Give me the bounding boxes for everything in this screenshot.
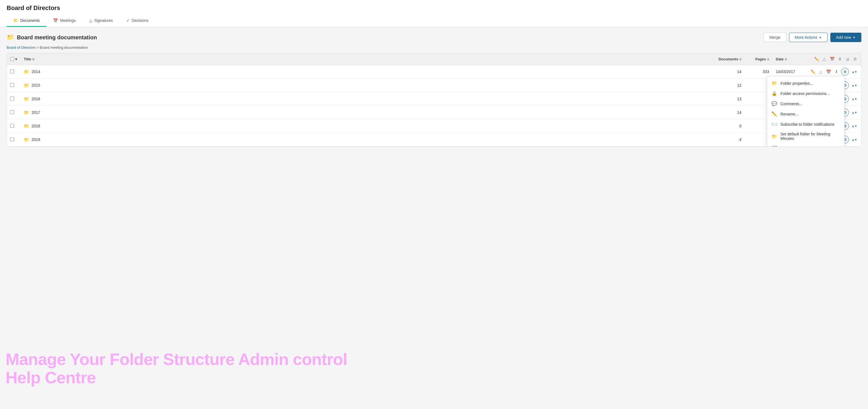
menu-subscribe[interactable]: ✉️ Subscribe to folder notifications <box>767 119 844 129</box>
tab-documents[interactable]: 📁 Documents <box>7 15 46 27</box>
row-updown-2016[interactable]: ▲▼ <box>851 97 858 101</box>
row-docs-2018: 0 <box>715 119 745 133</box>
row-cal-icon-2014[interactable]: 📅 <box>825 69 832 75</box>
folder-title-icon: 📁 <box>7 34 14 41</box>
more-actions-chevron-icon: ▼ <box>819 36 822 39</box>
menu-folder-properties[interactable]: 📁 Folder properties... <box>767 78 844 88</box>
row-updown-2015[interactable]: ▲▼ <box>851 83 858 88</box>
folder-access-icon: 🔒 <box>772 91 777 96</box>
row-select-2019[interactable] <box>10 137 14 141</box>
rename-icon: ✏️ <box>772 111 777 117</box>
menu-rename[interactable]: ✏️ Rename... <box>767 109 844 119</box>
row-title-2019: 📁 2019 <box>21 133 715 147</box>
documents-table: ▾ Title ⇅ Documents ⇅ Pages ⇅ <box>7 53 861 147</box>
pages-sort-icon: ⇅ <box>767 58 769 61</box>
row-checkbox-2017 <box>7 106 21 119</box>
table-row: 📁 2014 14 333 14/03/2017 ✏️ △ 📅 ⬇ ⚙ <box>7 65 861 78</box>
table-row: 📁 2018 0 ⚙ ▲▼ <box>7 119 861 133</box>
documents-sort-icon: ⇅ <box>739 58 741 61</box>
table-row: 📁 2019 4 ⚙ ▲▼ <box>7 133 861 147</box>
menu-comments[interactable]: 💬 Comments... <box>767 99 844 109</box>
tabs-nav: 📁 Documents 📅 Meetings △ Signatures ✓ De… <box>7 15 861 27</box>
row-checkbox-2016 <box>7 92 21 106</box>
row-select-2015[interactable] <box>10 83 14 87</box>
breadcrumb-separator: > <box>36 45 40 50</box>
row-checkbox-2018 <box>7 119 21 133</box>
row-title-2016: 📁 2016 <box>21 92 715 106</box>
content-area: 📁 Board meeting documentation Merge More… <box>0 27 868 152</box>
col-checkbox: ▾ <box>7 53 21 65</box>
row-updown-2018[interactable]: ▲▼ <box>851 124 858 128</box>
header-actions: Merge More Actions ▼ Add new ▼ <box>764 33 861 42</box>
decisions-icon: ✓ <box>126 18 130 23</box>
header-calendar-icon[interactable]: 📅 <box>829 56 835 62</box>
col-date-header[interactable]: Date ⇅ <box>772 53 806 65</box>
more-actions-button[interactable]: More Actions ▼ <box>789 33 828 42</box>
row-updown-2019[interactable]: ▲▼ <box>851 138 858 142</box>
table-container: ▾ Title ⇅ Documents ⇅ Pages ⇅ <box>7 53 861 147</box>
col-pages-header[interactable]: Pages ⇅ <box>745 53 772 65</box>
row-title-2018: 📁 2018 <box>21 119 715 133</box>
tab-signatures[interactable]: △ Signatures <box>83 15 120 27</box>
row-folder-icon-2019: 📁 <box>24 137 29 142</box>
row-select-2016[interactable] <box>10 97 14 100</box>
select-all-checkbox[interactable] <box>10 57 14 61</box>
folder-header: 📁 Board meeting documentation Merge More… <box>7 33 861 42</box>
meetings-icon: 📅 <box>53 18 58 23</box>
menu-move[interactable]: ↗️ Move... <box>767 143 844 147</box>
breadcrumb: Board of Directors > Board meeting docum… <box>7 45 861 50</box>
menu-set-default[interactable]: 📁 Set default folder for Meeting Minutes <box>767 129 844 143</box>
table-row: 📁 2017 14 ⚙ ▲▼ <box>7 106 861 119</box>
row-dl-icon-2014[interactable]: ⬇ <box>834 69 839 75</box>
row-docs-2017: 14 <box>715 106 745 119</box>
row-folder-icon-2016: 📁 <box>24 96 29 102</box>
row-updown-2017[interactable]: ▲▼ <box>851 111 858 115</box>
row-select-2017[interactable] <box>10 110 14 114</box>
page-title: Board of Directors <box>7 4 861 15</box>
checkbox-dropdown-icon[interactable]: ▾ <box>15 57 17 61</box>
header-settings-icon[interactable]: ⚙ <box>852 56 858 62</box>
row-select-2014[interactable] <box>10 69 14 73</box>
add-new-button[interactable]: Add new ▼ <box>830 33 861 42</box>
signatures-icon: △ <box>89 18 92 23</box>
row-checkbox-2014 <box>7 65 21 78</box>
row-gear-btn-2014[interactable]: ⚙ <box>841 68 849 75</box>
header-print-icon[interactable]: 🖨 <box>845 56 850 62</box>
tab-meetings[interactable]: 📅 Meetings <box>46 15 83 27</box>
row-title-2017: 📁 2017 <box>21 106 715 119</box>
comments-icon: 💬 <box>772 101 777 106</box>
documents-icon: 📁 <box>13 18 18 23</box>
row-dropdown-menu-2014: 📁 Folder properties... 🔒 Folder access p… <box>767 76 844 147</box>
breadcrumb-root[interactable]: Board of Directors <box>7 45 36 50</box>
header-edit-icon[interactable]: ✏️ <box>813 56 820 62</box>
date-sort-icon: ⇅ <box>785 58 787 61</box>
row-checkbox-2019 <box>7 133 21 147</box>
table-row: 📁 2015 12 ⚙ ▲▼ <box>7 78 861 92</box>
row-checkbox-2015 <box>7 78 21 92</box>
tab-decisions[interactable]: ✓ Decisions <box>120 15 155 27</box>
title-sort-icon: ⇅ <box>32 58 34 61</box>
breadcrumb-current: Board meeting documentation <box>40 45 88 50</box>
col-documents-header[interactable]: Documents ⇅ <box>715 53 745 65</box>
row-select-2018[interactable] <box>10 124 14 128</box>
header-download-icon[interactable]: ⬇ <box>838 56 842 62</box>
folder-properties-icon: 📁 <box>772 81 777 86</box>
row-folder-icon-2014: 📁 <box>24 69 29 74</box>
merge-button[interactable]: Merge <box>764 33 786 42</box>
header-signature-icon[interactable]: △ <box>822 56 827 62</box>
menu-folder-access[interactable]: 🔒 Folder access permissions... <box>767 88 844 99</box>
add-new-chevron-icon: ▼ <box>853 36 856 39</box>
subscribe-icon: ✉️ <box>772 122 777 127</box>
table-header-row: ▾ Title ⇅ Documents ⇅ Pages ⇅ <box>7 53 861 65</box>
row-sig-icon-2014[interactable]: △ <box>818 69 823 75</box>
row-edit-icon-2014[interactable]: ✏️ <box>810 69 816 75</box>
row-folder-icon-2018: 📁 <box>24 124 29 129</box>
col-title-header[interactable]: Title ⇅ <box>21 53 715 65</box>
row-docs-2015: 12 <box>715 78 745 92</box>
row-folder-icon-2015: 📁 <box>24 83 29 88</box>
move-icon: ↗️ <box>772 146 777 147</box>
row-title-2014: 📁 2014 <box>21 65 715 78</box>
folder-title: 📁 Board meeting documentation <box>7 34 97 41</box>
col-actions-header: ✏️ △ 📅 ⬇ 🖨 ⚙ <box>806 53 861 65</box>
row-updown-2014[interactable]: ▲▼ <box>851 70 858 74</box>
